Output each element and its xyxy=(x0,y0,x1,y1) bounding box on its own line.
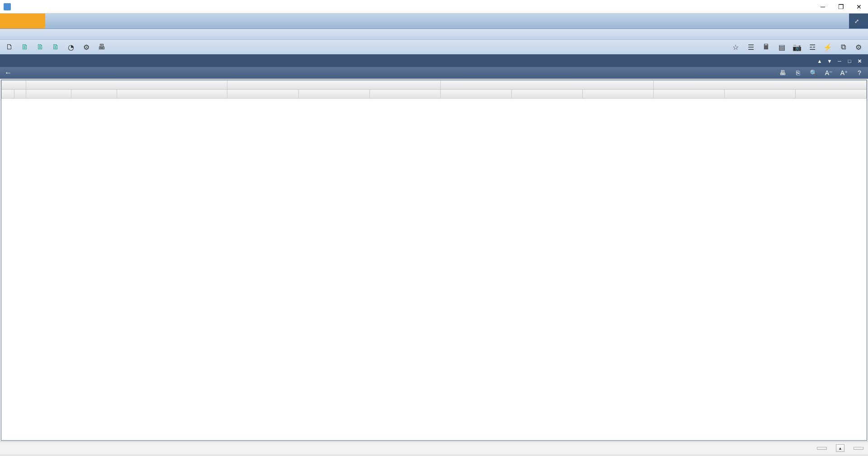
col-group-codes[interactable] xyxy=(26,81,227,90)
col-td-cost[interactable] xyxy=(298,90,369,99)
minimize-button[interactable]: ─ xyxy=(817,1,828,12)
list-icon[interactable]: ☰ xyxy=(746,42,756,52)
main-tab-bar: ⤢ xyxy=(0,14,868,29)
panel-down-icon[interactable]: ▼ xyxy=(826,57,834,65)
list2-icon[interactable]: ☲ xyxy=(807,42,817,52)
col-rm-cost[interactable] xyxy=(511,90,582,99)
col-ac-cost[interactable] xyxy=(724,90,795,99)
menu-bar xyxy=(0,29,868,40)
doc-b-icon[interactable]: 🗎 xyxy=(20,42,30,52)
calculator-icon[interactable]: 🖩 xyxy=(761,42,771,52)
font-inc-icon[interactable]: A⁺ xyxy=(840,69,848,76)
col-header-blank xyxy=(2,81,26,90)
version-box: ⤢ xyxy=(849,14,868,28)
calculate-button[interactable] xyxy=(854,447,863,450)
pie-chart-icon[interactable]: ◔ xyxy=(66,42,76,52)
graph-arrow-button[interactable]: ▴ xyxy=(836,444,844,452)
window-titlebar: ─ ❐ ✕ xyxy=(0,0,868,14)
bolt-icon[interactable]: ⚡ xyxy=(823,42,833,52)
col-task[interactable] xyxy=(26,90,71,99)
col-ac-allow[interactable] xyxy=(653,90,724,99)
col-desc[interactable] xyxy=(117,90,227,99)
search-icon[interactable]: 🔍 xyxy=(809,69,817,76)
expand-icon[interactable]: ⤢ xyxy=(854,18,859,24)
gear-icon[interactable]: ⚙ xyxy=(81,42,91,52)
col-ac-var[interactable] xyxy=(795,90,866,99)
window-icon[interactable]: ⧉ xyxy=(838,42,848,52)
camera-icon[interactable]: 📷 xyxy=(792,42,802,52)
maximize-button[interactable]: ❐ xyxy=(835,1,846,12)
app-icon xyxy=(4,3,11,10)
status-bar: ▴ xyxy=(0,442,868,454)
doc-p-icon[interactable]: 🗎 xyxy=(35,42,45,52)
panel-up-icon[interactable]: ▲ xyxy=(816,57,824,65)
grid-container xyxy=(1,80,867,441)
launch-icon[interactable]: ⎘ xyxy=(794,69,802,76)
print-icon[interactable]: 🖶 xyxy=(97,42,107,52)
new-doc-icon[interactable]: 🗋 xyxy=(5,42,14,52)
col-td-allow[interactable] xyxy=(227,90,298,99)
panel-header: ▲ ▼ ─ □ ✕ xyxy=(0,55,868,67)
col-group-atcompletion[interactable] xyxy=(653,81,866,90)
data-grid[interactable] xyxy=(1,80,867,99)
col-group-todate[interactable] xyxy=(227,81,440,90)
col-rm-var[interactable] xyxy=(582,90,653,99)
notebook-icon[interactable]: ▤ xyxy=(777,42,787,52)
main-toolbar: 🗋 🗎 🗎 🗎 ◔ ⚙ 🖶 ☆ ☰ 🖩 ▤ 📷 ☲ ⚡ ⧉ ⚙ xyxy=(0,40,868,55)
print2-icon[interactable]: 🖶 xyxy=(778,69,787,76)
back-arrow-icon[interactable]: ← xyxy=(5,69,12,77)
doc-r-icon[interactable]: 🗎 xyxy=(51,42,61,52)
help-icon[interactable]: ? xyxy=(855,69,863,76)
panel-toolbar: ← 🖶 ⎘ 🔍 A⁻ A⁺ ? xyxy=(0,67,868,79)
font-dec-icon[interactable]: A⁻ xyxy=(825,69,833,76)
close-button[interactable]: ✕ xyxy=(854,1,864,12)
app-logo-tab[interactable] xyxy=(0,14,45,28)
col-cost[interactable] xyxy=(71,90,117,99)
panel-close-icon[interactable]: ✕ xyxy=(855,57,863,65)
star-icon[interactable]: ☆ xyxy=(731,42,741,52)
graph-button[interactable] xyxy=(817,447,827,450)
panel-max-icon[interactable]: □ xyxy=(845,57,854,65)
col-group-remaining[interactable] xyxy=(440,81,653,90)
panel-min-icon[interactable]: ─ xyxy=(835,57,844,65)
col-td-var[interactable] xyxy=(369,90,440,99)
gear2-icon[interactable]: ⚙ xyxy=(854,42,863,52)
col-rm-allow[interactable] xyxy=(440,90,511,99)
